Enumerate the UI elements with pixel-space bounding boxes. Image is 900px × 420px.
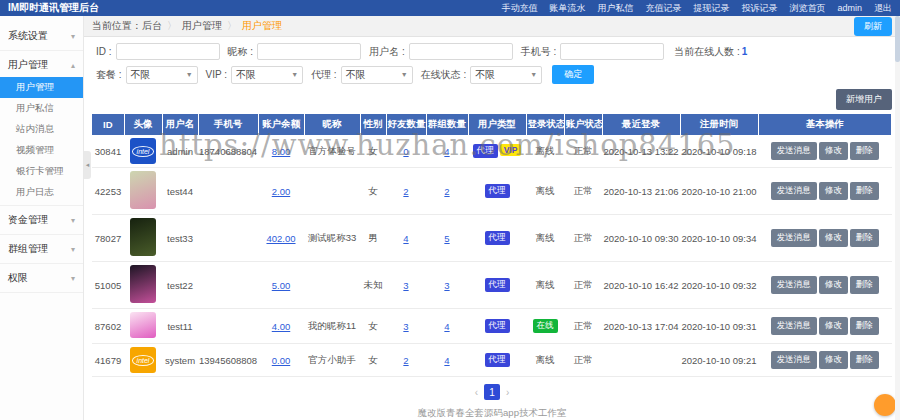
groups-count-link[interactable]: 4 bbox=[444, 146, 449, 157]
row-action-修改[interactable]: 修改 bbox=[819, 142, 848, 160]
scrollbar[interactable] bbox=[895, 16, 900, 420]
balance-link[interactable]: 5.00 bbox=[272, 280, 291, 291]
breadcrumb-item[interactable]: 用户管理 bbox=[182, 19, 222, 33]
badge-agent: 代理 bbox=[485, 184, 510, 198]
balance-link[interactable]: 4.00 bbox=[272, 321, 291, 332]
online-count-value: 1 bbox=[742, 46, 748, 57]
row-action-修改[interactable]: 修改 bbox=[819, 229, 848, 247]
filter-select-label: 代理 : bbox=[311, 68, 337, 82]
nav-item-用户私信[interactable]: 用户私信 bbox=[597, 2, 633, 15]
cell-last-login: 2020-10-13 13:22 bbox=[602, 135, 680, 168]
sidebar-group-用户管理[interactable]: 用户管理▴ bbox=[0, 53, 83, 77]
refresh-button[interactable]: 刷新 bbox=[854, 17, 892, 36]
row-action-删除[interactable]: 删除 bbox=[850, 317, 879, 335]
cell-avatar: intel bbox=[124, 344, 162, 377]
scrollbar-thumb[interactable] bbox=[895, 16, 900, 62]
row-action-发送消息[interactable]: 发送消息 bbox=[771, 229, 817, 247]
filter-submit-button[interactable]: 确定 bbox=[552, 65, 594, 84]
floating-action-button[interactable] bbox=[874, 394, 896, 416]
filter-select-[interactable]: 不限▼ bbox=[470, 66, 542, 84]
groups-count-link[interactable]: 3 bbox=[444, 280, 449, 291]
row-action-发送消息[interactable]: 发送消息 bbox=[771, 276, 817, 294]
groups-count-link[interactable]: 2 bbox=[444, 186, 449, 197]
cell-login-status: 离线 bbox=[526, 215, 564, 262]
friends-count-link[interactable]: 3 bbox=[403, 321, 408, 332]
row-action-发送消息[interactable]: 发送消息 bbox=[771, 142, 817, 160]
avatar-logo-text: intel bbox=[132, 146, 155, 157]
pagination-prev-icon[interactable]: ‹ bbox=[475, 387, 478, 398]
nav-item-账单流水[interactable]: 账单流水 bbox=[549, 2, 585, 15]
cell-phone: 13945608808 bbox=[198, 344, 258, 377]
nav-item-提现记录[interactable]: 提现记录 bbox=[693, 2, 729, 15]
top-navbar: IM即时通讯管理后台 手动充值账单流水用户私信充值记录提现记录投诉记录浏览首页a… bbox=[0, 0, 900, 16]
sidebar-group: 资金管理▾ bbox=[0, 206, 83, 235]
cell-id: 78027 bbox=[92, 215, 124, 262]
row-action-删除[interactable]: 删除 bbox=[850, 229, 879, 247]
groups-count-link[interactable]: 4 bbox=[444, 321, 449, 332]
sidebar-item-站内消息[interactable]: 站内消息 bbox=[0, 119, 83, 140]
row-action-删除[interactable]: 删除 bbox=[850, 276, 879, 294]
balance-link[interactable]: 2.00 bbox=[272, 186, 291, 197]
sidebar-item-银行卡管理[interactable]: 银行卡管理 bbox=[0, 161, 83, 182]
cell-balance: 4.00 bbox=[258, 309, 304, 344]
sidebar-group-系统设置[interactable]: 系统设置▾ bbox=[0, 24, 83, 48]
row-action-修改[interactable]: 修改 bbox=[819, 276, 848, 294]
column-header-登录状态: 登录状态 bbox=[526, 114, 564, 135]
avatar-logo-text: intel bbox=[132, 355, 155, 366]
sidebar-item-用户管理[interactable]: 用户管理 bbox=[0, 77, 83, 98]
filter-input-ID[interactable] bbox=[116, 43, 220, 60]
row-action-修改[interactable]: 修改 bbox=[819, 351, 848, 369]
sidebar-item-用户日志[interactable]: 用户日志 bbox=[0, 182, 83, 203]
row-action-修改[interactable]: 修改 bbox=[819, 182, 848, 200]
sidebar-item-用户私信[interactable]: 用户私信 bbox=[0, 98, 83, 119]
pagination-page-1[interactable]: 1 bbox=[484, 384, 500, 400]
pagination-next-icon[interactable]: › bbox=[506, 387, 509, 398]
friends-count-link[interactable]: 2 bbox=[403, 186, 408, 197]
nav-item-手动充值[interactable]: 手动充值 bbox=[501, 2, 537, 15]
nav-item-浏览首页[interactable]: 浏览首页 bbox=[789, 2, 825, 15]
cell-gender: 男 bbox=[360, 215, 386, 262]
sidebar-group-权限[interactable]: 权限▾ bbox=[0, 266, 83, 290]
nav-item-投诉记录[interactable]: 投诉记录 bbox=[741, 2, 777, 15]
nav-item-充值记录[interactable]: 充值记录 bbox=[645, 2, 681, 15]
cell-user-type: 代理 bbox=[468, 262, 526, 309]
filter-select-[interactable]: 不限▼ bbox=[126, 66, 198, 84]
sidebar-item-视频管理[interactable]: 视频管理 bbox=[0, 140, 83, 161]
groups-count-link[interactable]: 5 bbox=[444, 233, 449, 244]
row-action-发送消息[interactable]: 发送消息 bbox=[771, 182, 817, 200]
cell-balance: 0.00 bbox=[258, 344, 304, 377]
breadcrumb-prefix: 当前位置：后台 bbox=[92, 19, 162, 33]
balance-link[interactable]: 0.00 bbox=[272, 355, 291, 366]
row-action-修改[interactable]: 修改 bbox=[819, 317, 848, 335]
friends-count-link[interactable]: 4 bbox=[403, 233, 408, 244]
friends-count-link[interactable]: 0 bbox=[403, 146, 408, 157]
filter-select-VIP[interactable]: 不限▼ bbox=[231, 66, 303, 84]
user-avatar: intel bbox=[130, 138, 156, 164]
friends-count-link[interactable]: 2 bbox=[403, 355, 408, 366]
cell-login-status: 在线 bbox=[526, 309, 564, 344]
column-header-账户余额: 账户余额 bbox=[258, 114, 304, 135]
login-status-text: 离线 bbox=[536, 185, 555, 196]
breadcrumb-item[interactable]: 用户管理 bbox=[242, 19, 282, 33]
nav-item-退出[interactable]: 退出 bbox=[874, 2, 892, 15]
row-action-删除[interactable]: 删除 bbox=[850, 182, 879, 200]
filter-input-[interactable] bbox=[560, 43, 664, 60]
row-action-删除[interactable]: 删除 bbox=[850, 351, 879, 369]
add-user-button[interactable]: 新增用户 bbox=[836, 89, 892, 110]
balance-link[interactable]: 402.00 bbox=[266, 233, 295, 244]
filter-select-[interactable]: 不限▼ bbox=[341, 66, 413, 84]
cell-gender: 未知 bbox=[360, 262, 386, 309]
sidebar-group-资金管理[interactable]: 资金管理▾ bbox=[0, 208, 83, 232]
sidebar-group-群组管理[interactable]: 群组管理▾ bbox=[0, 237, 83, 261]
filter-input-[interactable] bbox=[257, 43, 361, 60]
row-action-发送消息[interactable]: 发送消息 bbox=[771, 317, 817, 335]
groups-count-link[interactable]: 4 bbox=[444, 355, 449, 366]
row-action-删除[interactable]: 删除 bbox=[850, 142, 879, 160]
filter-row-selects: 套餐 :不限▼VIP :不限▼代理 :不限▼在线状态 :不限▼确定 bbox=[92, 65, 892, 84]
filter-input-[interactable] bbox=[409, 43, 513, 60]
balance-link[interactable]: 8.00 bbox=[272, 146, 291, 157]
nav-item-admin[interactable]: admin bbox=[837, 3, 862, 13]
app-title: IM即时通讯管理后台 bbox=[8, 1, 99, 15]
row-action-发送消息[interactable]: 发送消息 bbox=[771, 351, 817, 369]
friends-count-link[interactable]: 3 bbox=[403, 280, 408, 291]
